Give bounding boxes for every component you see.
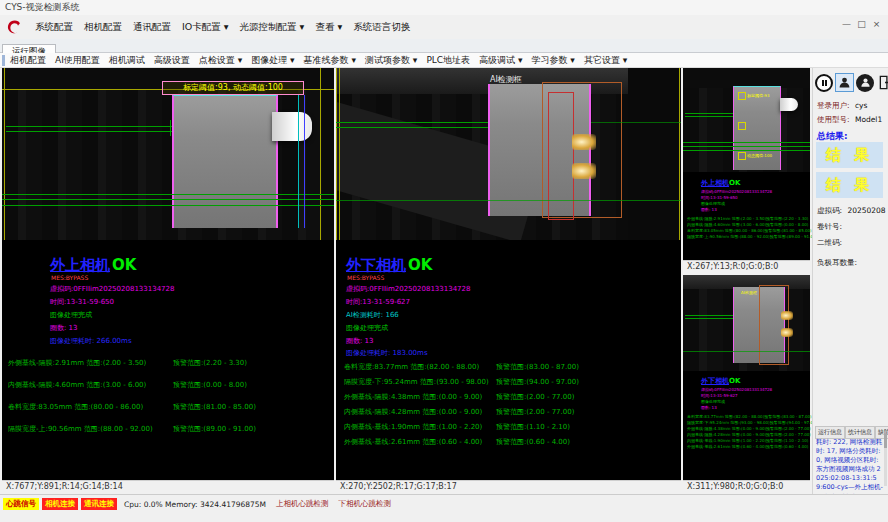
edge-guide-line <box>320 68 321 240</box>
virtual-code: 虚拟码:0FFIIim20250208133134728 <box>346 284 470 294</box>
lower-thumb-image[interactable]: AI检测框 <box>683 275 810 371</box>
toolbar-item-baseline-params[interactable]: 基准线参数 ▾ <box>304 54 356 67</box>
upper-camera-panel: 标定阈值:93, 动态阈值:100 外上相机OK MES:BYPASS 虚拟码:… <box>2 68 334 493</box>
upper-camera-heartbeat: 上相机心跳检测 <box>276 499 329 509</box>
toolbar-item-image-processing[interactable]: 图像处理 ▾ <box>251 54 294 67</box>
threshold-mini-label: 标定阈值:93 <box>747 93 769 98</box>
edge-guide-line <box>679 68 680 240</box>
camera-name: 外上相机 <box>50 256 110 274</box>
model-value[interactable]: Model1 <box>855 115 882 124</box>
user-icon <box>838 76 851 89</box>
threshold-overlay: 标定阈值:93, 动态阈值:100 <box>162 81 304 95</box>
toolbar-item-advanced-settings[interactable]: 高级设置 <box>154 54 190 67</box>
measurement-row: 隔膜宽度-上:90.56mm 范围:(88.00 - 92.00)预警范围:(8… <box>8 424 256 446</box>
measurement-row: 内侧基线-基线:1.90mm 范围:(1.00 - 2.20)预警范围:(1.1… <box>344 422 579 437</box>
pin-number-label: 卷针号: <box>817 222 842 232</box>
pause-button[interactable] <box>815 74 833 92</box>
camera-name: 外下相机 <box>701 377 729 385</box>
baseline-overlay <box>685 116 733 117</box>
toolbar-item-other-settings[interactable]: 其它设置 ▾ <box>584 54 627 67</box>
edge-guide-line <box>4 68 5 240</box>
toolbar-item-camera-debug[interactable]: 相机调试 <box>109 54 145 67</box>
baseline-overlay <box>336 200 681 201</box>
cell-region <box>172 95 278 228</box>
measurement-row: 卷料宽度:83.05mm 范围:(80.00 - 86.00)预警范围:(81.… <box>8 402 256 424</box>
mes-status: MES:BYPASS <box>347 274 384 281</box>
measurement-row: 外侧基线-隔膜:4.38mm 范围:(0.00 - 9.00)预警范围:(2.0… <box>344 392 579 407</box>
result-indicator-upper: 结 果 <box>816 142 883 168</box>
app-window: CYS-视觉检测系统 系统配置 相机配置 通讯配置 IO卡配置 ▾ 光源控制配置… <box>0 0 888 522</box>
menu-item-comm-config[interactable]: 通讯配置 <box>133 21 171 34</box>
lower-camera-image[interactable]: AI检测框 <box>336 68 681 240</box>
status-bar: 心跳信号 相机连接 通讯连接 Cpu: 0.0% Memory: 3424.41… <box>0 494 888 522</box>
timestamp: 时间:13-31-59-650 <box>701 195 738 200</box>
ok-status: OK <box>729 377 740 385</box>
app-logo-icon <box>4 18 24 36</box>
virtual-code: 虚拟码:0FFIIim20250208133134728 <box>701 189 772 194</box>
electrode-tab-highlight <box>781 311 793 320</box>
measurement-row: 外侧基线-基线:2.61mm 范围:(0.60 - 4.00)预警范围:(0.6… <box>344 437 579 452</box>
title-bar: CYS-视觉检测系统 <box>0 0 888 15</box>
tape-nozzle <box>272 112 312 141</box>
ok-status: OK <box>729 179 740 187</box>
upper-thumb-image[interactable]: 标定阈值:93 动态阈值:100 <box>683 68 810 172</box>
baseline-overlay <box>685 318 733 319</box>
ai-detect-box <box>759 285 789 365</box>
baseline-tick <box>170 120 171 136</box>
pixel-coords-readout: X:7677;Y:891;R:14;G:14;B:14 <box>2 480 334 493</box>
baseline-overlay <box>2 199 334 200</box>
toolbar-item-plc-address-table[interactable]: PLC地址表 <box>426 54 470 67</box>
processing-done: 图像处理完成 <box>50 310 92 320</box>
toolbar-item-spot-check[interactable]: 点检设置 ▾ <box>199 54 242 67</box>
upper-camera-image[interactable]: 标定阈值:93, 动态阈值:100 <box>2 68 334 240</box>
close-icon[interactable]: × <box>869 17 884 31</box>
baseline-overlay <box>685 315 733 316</box>
tape-nozzle <box>780 98 798 111</box>
electrode-tab-highlight <box>781 328 793 337</box>
ok-status: OK <box>408 256 432 274</box>
pixel-coords-readout: X:267;Y:13;R:0;G:0;B:0 <box>683 260 810 273</box>
minimize-icon[interactable]: — <box>839 17 854 31</box>
turn-count: 圈数: 13 <box>346 336 374 346</box>
toolbar-item-camera-config[interactable]: 相机配置 <box>10 54 46 67</box>
timestamp: 时间:13-31-59-627 <box>346 297 410 307</box>
toolbar-item-test-params[interactable]: 测试项参数 ▾ <box>365 54 417 67</box>
qr-code-label: 二维码: <box>817 238 842 248</box>
toolbar-item-learning-params[interactable]: 学习参数 ▾ <box>532 54 575 67</box>
menu-item-view[interactable]: 查看 ▾ <box>315 21 342 34</box>
baseline-overlay <box>591 122 681 123</box>
exit-button[interactable] <box>876 74 888 92</box>
baseline-overlay <box>683 351 810 352</box>
timestamp: 时间:13-31-59-627 <box>701 393 738 398</box>
pause-icon <box>822 80 824 86</box>
threshold-mini-label: 动态阈值:100 <box>747 153 772 158</box>
image-side-band <box>628 68 681 240</box>
menu-item-light-control-config[interactable]: 光源控制配置 ▾ <box>240 21 305 34</box>
operator-button[interactable] <box>856 74 874 92</box>
baseline-overlay <box>683 142 810 143</box>
ai-mini-label: AI检测框 <box>741 290 757 295</box>
menu-item-system-config[interactable]: 系统配置 <box>35 21 73 34</box>
maximize-icon[interactable]: □ <box>854 17 869 31</box>
measurement-list: 卷料宽度:83.77mm 范围:(82.00 - 88.00)预警范围:(83.… <box>344 362 579 452</box>
menu-item-io-config[interactable]: IO卡配置 ▾ <box>182 21 229 34</box>
menu-item-camera-config[interactable]: 相机配置 <box>84 21 122 34</box>
login-user-button[interactable] <box>835 73 854 92</box>
exit-door-icon <box>878 75 888 90</box>
measurement-list-mini: 外侧基线-隔膜:2.91mm 范围:(2.00 - 3.50)预警范围:(2.2… <box>687 216 817 240</box>
measurement-row: 隔膜宽度-下:95.24mm 范围:(93.00 - 98.00)预警范围:(9… <box>344 377 579 392</box>
lower-camera-results: 外下相机OK MES:BYPASS 虚拟码:0FFIIim20250208133… <box>336 240 681 480</box>
toolbar-item-ai-usage-config[interactable]: AI使用配置 <box>55 54 100 67</box>
lower-camera-panel: AI检测框 外下相机OK MES:BYPASS 虚拟码:0FFIIim20250… <box>336 68 681 493</box>
lower-thumb-results: 外下相机OK 虚拟码:0FFIIim20250208133134728 时间:1… <box>683 371 810 480</box>
lower-camera-heartbeat: 下相机心跳检测 <box>339 499 392 509</box>
toolbar-item-advanced-debug[interactable]: 高级调试 ▾ <box>479 54 522 67</box>
tab-row: 运行图像 <box>0 39 888 53</box>
measurement-row: 隔膜宽度-上:90.56mm 范围:(88.00 - 92.00)预警范围:(8… <box>687 234 817 240</box>
upper-camera-thumbnail-panel: 标定阈值:93 动态阈值:100 外上相机OK 虚拟码:0FFIIim20250… <box>683 68 810 273</box>
log-scrollbar[interactable] <box>884 434 887 486</box>
virtual-code: 虚拟码:0FFIIim20250208133134728 <box>701 387 772 392</box>
menu-item-language-switch[interactable]: 系统语言切换 <box>353 21 410 34</box>
baseline-overlay <box>6 126 172 127</box>
login-user-label: 登录用户: <box>817 101 850 110</box>
